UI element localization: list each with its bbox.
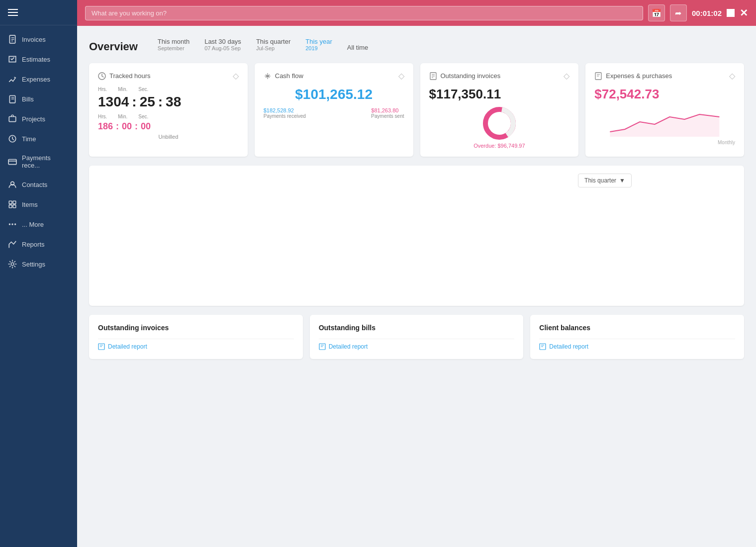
svg-point-11 bbox=[9, 223, 10, 225]
page-title: Overview bbox=[89, 40, 138, 53]
expenses-card: Expenses & purchases ◇ $72,542.73 Monthl… bbox=[585, 63, 744, 157]
hamburger-icon[interactable] bbox=[8, 9, 18, 16]
sidebar: InvoicesEstimatesExpensesBillsProjectsTi… bbox=[0, 0, 77, 547]
sidebar-item-invoices[interactable]: Invoices bbox=[0, 29, 77, 49]
share-icon[interactable]: ➦ bbox=[670, 4, 687, 21]
payments-sent: $81,263.80 bbox=[371, 107, 404, 113]
search-input[interactable] bbox=[85, 6, 643, 20]
bills-icon bbox=[8, 94, 17, 103]
chart-area: This quarter ▼ bbox=[97, 174, 632, 298]
close-icon[interactable]: ✕ bbox=[740, 7, 748, 19]
period-tab-this-quarter[interactable]: This quarterJul-Sep bbox=[256, 36, 290, 53]
clients-detailed-report[interactable]: Detailed report bbox=[539, 339, 735, 350]
briefcase-icon[interactable]: 📅 bbox=[648, 4, 665, 21]
donut-chart bbox=[482, 106, 517, 141]
timer-display: 00:01:02 ✕ bbox=[692, 7, 748, 19]
period-tab-this-year[interactable]: This year2019 bbox=[305, 36, 332, 53]
tracked-hours-card: Tracked hours ◇ Hrs. Min. Sec. 1304 : 25… bbox=[89, 63, 248, 157]
chart-period-label: Monthly bbox=[594, 140, 735, 145]
report-icon bbox=[98, 343, 105, 350]
sidebar-item-estimates[interactable]: Estimates bbox=[0, 49, 77, 69]
pin-icon[interactable]: ◇ bbox=[233, 71, 239, 81]
svg-point-13 bbox=[14, 223, 16, 225]
sidebar-item-bills[interactable]: Bills bbox=[0, 89, 77, 109]
settings-icon bbox=[8, 260, 17, 269]
scale-icon bbox=[264, 72, 272, 80]
sidebar-item-projects[interactable]: Projects bbox=[0, 109, 77, 129]
cashflow-amount: $101,265.12 bbox=[264, 87, 404, 102]
period-tab-last-30-days[interactable]: Last 30 days07 Aug-05 Sep bbox=[204, 36, 241, 53]
stop-button[interactable] bbox=[727, 9, 735, 17]
topbar: 📅 ➦ 00:01:02 ✕ bbox=[77, 0, 756, 26]
payments-icon bbox=[8, 157, 17, 166]
receipt-icon bbox=[594, 72, 602, 80]
sidebar-item-contacts[interactable]: Contacts bbox=[0, 175, 77, 194]
contacts-icon bbox=[8, 180, 17, 189]
overdue-text: Overdue: $96,749.97 bbox=[429, 143, 570, 149]
tracked-hours-title: Tracked hours bbox=[98, 72, 151, 80]
sidebar-header[interactable] bbox=[0, 0, 77, 25]
bottom-cards: Outstanding invoices Detailed report Out… bbox=[89, 315, 744, 359]
cash-flow-card: Cash flow ◇ $101,265.12 $182,528.92 Paym… bbox=[255, 63, 413, 157]
overview-header: Overview This monthSeptemberLast 30 days… bbox=[89, 36, 744, 53]
svg-rect-3 bbox=[9, 117, 16, 122]
sidebar-item-reports[interactable]: Reports bbox=[0, 234, 77, 254]
more-icon bbox=[8, 220, 17, 229]
sidebar-item-items[interactable]: Items bbox=[0, 194, 77, 214]
svg-rect-7 bbox=[9, 201, 12, 204]
bills-detailed-report[interactable]: Detailed report bbox=[319, 339, 515, 350]
tracked-hours-value: 1304 : 25 : 38 bbox=[98, 94, 239, 110]
clients-list-title: Client balances bbox=[539, 324, 735, 332]
sidebar-item-time[interactable]: Time bbox=[0, 129, 77, 149]
sidebar-nav: InvoicesEstimatesExpensesBillsProjectsTi… bbox=[0, 25, 77, 547]
sidebar-item-payments-rece-[interactable]: Payments rece... bbox=[0, 149, 77, 175]
time-icon bbox=[8, 134, 17, 143]
report-icon bbox=[319, 343, 326, 350]
page-area: Overview This monthSeptemberLast 30 days… bbox=[77, 26, 756, 547]
outstanding-invoices-title: Outstanding invoices bbox=[429, 72, 501, 80]
estimates-icon bbox=[8, 55, 17, 64]
outstanding-amount: $117,350.11 bbox=[429, 87, 570, 102]
items-icon bbox=[8, 200, 17, 209]
svg-rect-8 bbox=[13, 201, 16, 204]
invoice-icon bbox=[8, 35, 17, 44]
svg-point-12 bbox=[11, 223, 13, 225]
chart-controls bbox=[632, 174, 736, 298]
unbilled-label: Unbilled bbox=[98, 134, 239, 140]
pin-icon[interactable]: ◇ bbox=[564, 71, 569, 81]
payments-received: $182,528.92 bbox=[264, 107, 306, 113]
expenses-title: Expenses & purchases bbox=[594, 72, 672, 80]
expenses-icon bbox=[8, 75, 17, 84]
svg-rect-9 bbox=[9, 205, 12, 208]
period-tab-this-month[interactable]: This monthSeptember bbox=[158, 36, 189, 53]
invoices-detailed-report[interactable]: Detailed report bbox=[98, 339, 294, 350]
client-balances-list: Client balances Detailed report bbox=[530, 315, 744, 359]
unbilled-hours-value: 186 : 00 : 00 bbox=[98, 121, 239, 132]
bar-chart bbox=[97, 174, 632, 298]
invoice-icon bbox=[429, 72, 437, 80]
reports-icon bbox=[8, 240, 17, 249]
svg-rect-10 bbox=[13, 205, 16, 208]
svg-point-14 bbox=[11, 263, 14, 266]
bills-list-title: Outstanding bills bbox=[319, 324, 515, 332]
outstanding-bills-list: Outstanding bills Detailed report bbox=[310, 315, 524, 359]
expenses-mini-chart bbox=[594, 107, 735, 137]
chart-section: This quarter ▼ bbox=[89, 166, 744, 306]
sidebar-item-settings[interactable]: Settings bbox=[0, 254, 77, 274]
sidebar-item-expenses[interactable]: Expenses bbox=[0, 69, 77, 89]
period-tab-all-time[interactable]: All time bbox=[347, 42, 369, 53]
outstanding-invoices-list: Outstanding invoices Detailed report bbox=[89, 315, 303, 359]
report-icon bbox=[539, 343, 546, 350]
pin-icon[interactable]: ◇ bbox=[398, 71, 404, 81]
svg-rect-5 bbox=[8, 160, 16, 165]
invoices-list-title: Outstanding invoices bbox=[98, 324, 294, 332]
main-content: 📅 ➦ 00:01:02 ✕ Overview This monthSeptem… bbox=[77, 0, 756, 547]
sidebar-item--more[interactable]: ... More bbox=[0, 214, 77, 234]
outstanding-invoices-card: Outstanding invoices ◇ $117,350.11 Overd… bbox=[420, 63, 579, 157]
cash-flow-title: Cash flow bbox=[264, 72, 303, 80]
stat-cards: Tracked hours ◇ Hrs. Min. Sec. 1304 : 25… bbox=[89, 63, 744, 157]
pin-icon[interactable]: ◇ bbox=[729, 71, 735, 81]
clock-icon bbox=[98, 72, 106, 80]
projects-icon bbox=[8, 114, 17, 123]
svg-point-1 bbox=[14, 77, 15, 78]
